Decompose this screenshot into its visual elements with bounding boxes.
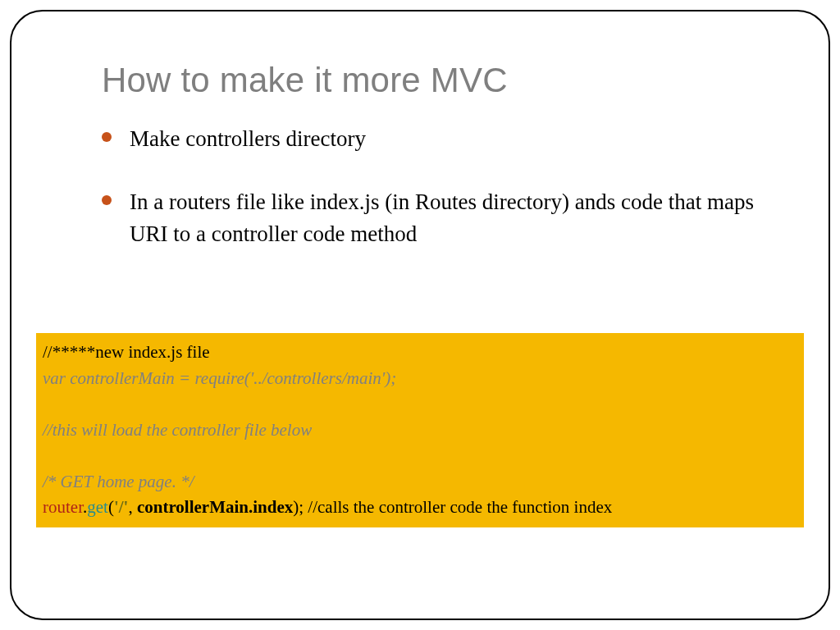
code-token-ident: controllerMain.index [137,497,293,517]
code-blank [43,391,797,418]
code-token-router: router [43,497,83,517]
list-item: In a routers file like index.js (in Rout… [102,186,755,250]
code-token: ( [108,497,114,517]
code-line: //this will load the controller file bel… [43,418,797,444]
bullet-text: Make controllers directory [130,126,366,151]
bullet-text: In a routers file like index.js (in Rout… [130,189,754,246]
code-line: var controllerMain = require('../control… [43,366,797,392]
slide-title: How to make it more MVC [102,61,763,100]
code-line: router.get('/', controllerMain.index); /… [43,495,797,521]
code-line: //*****new index.js file [43,340,797,366]
code-token: ); [293,497,308,517]
code-token: , [128,497,137,517]
list-item: Make controllers directory [102,123,755,155]
code-token-comment: //calls the controller code the function… [308,497,612,517]
code-token-string: '/' [114,497,129,517]
bullet-list: Make controllers directory In a routers … [102,123,755,250]
code-token-method: get [87,497,108,517]
slide-frame: How to make it more MVC Make controllers… [10,10,830,620]
code-block: //*****new index.js file var controllerM… [36,333,804,527]
code-blank [43,443,797,469]
code-line: /* GET home page. */ [43,469,797,495]
